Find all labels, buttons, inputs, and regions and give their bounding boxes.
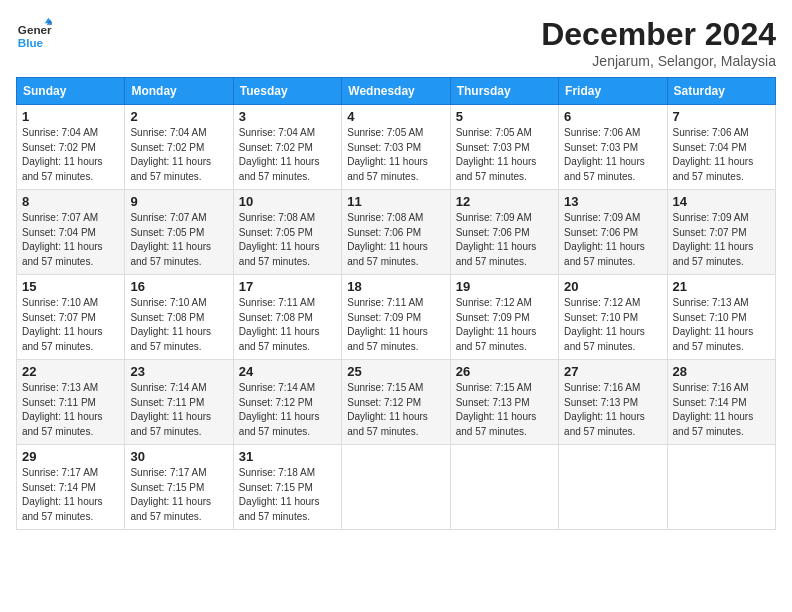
calendar-cell: 27 Sunrise: 7:16 AM Sunset: 7:13 PM Dayl… — [559, 360, 667, 445]
day-info: Sunrise: 7:07 AM Sunset: 7:05 PM Dayligh… — [130, 211, 227, 269]
title-block: December 2024 Jenjarum, Selangor, Malays… — [541, 16, 776, 69]
calendar-cell: 29 Sunrise: 7:17 AM Sunset: 7:14 PM Dayl… — [17, 445, 125, 530]
day-info: Sunrise: 7:16 AM Sunset: 7:13 PM Dayligh… — [564, 381, 661, 439]
calendar-cell: 26 Sunrise: 7:15 AM Sunset: 7:13 PM Dayl… — [450, 360, 558, 445]
calendar-week-3: 15 Sunrise: 7:10 AM Sunset: 7:07 PM Dayl… — [17, 275, 776, 360]
calendar-cell: 10 Sunrise: 7:08 AM Sunset: 7:05 PM Dayl… — [233, 190, 341, 275]
day-number: 30 — [130, 449, 227, 464]
calendar-cell: 14 Sunrise: 7:09 AM Sunset: 7:07 PM Dayl… — [667, 190, 775, 275]
calendar-cell — [559, 445, 667, 530]
weekday-header-friday: Friday — [559, 78, 667, 105]
day-info: Sunrise: 7:06 AM Sunset: 7:03 PM Dayligh… — [564, 126, 661, 184]
day-number: 17 — [239, 279, 336, 294]
day-number: 20 — [564, 279, 661, 294]
day-number: 10 — [239, 194, 336, 209]
weekday-header-row: SundayMondayTuesdayWednesdayThursdayFrid… — [17, 78, 776, 105]
calendar-table: SundayMondayTuesdayWednesdayThursdayFrid… — [16, 77, 776, 530]
day-info: Sunrise: 7:07 AM Sunset: 7:04 PM Dayligh… — [22, 211, 119, 269]
calendar-cell: 5 Sunrise: 7:05 AM Sunset: 7:03 PM Dayli… — [450, 105, 558, 190]
calendar-cell: 25 Sunrise: 7:15 AM Sunset: 7:12 PM Dayl… — [342, 360, 450, 445]
calendar-cell: 31 Sunrise: 7:18 AM Sunset: 7:15 PM Dayl… — [233, 445, 341, 530]
calendar-cell — [667, 445, 775, 530]
day-number: 29 — [22, 449, 119, 464]
day-info: Sunrise: 7:11 AM Sunset: 7:09 PM Dayligh… — [347, 296, 444, 354]
weekday-header-thursday: Thursday — [450, 78, 558, 105]
calendar-week-5: 29 Sunrise: 7:17 AM Sunset: 7:14 PM Dayl… — [17, 445, 776, 530]
day-number: 7 — [673, 109, 770, 124]
day-info: Sunrise: 7:13 AM Sunset: 7:10 PM Dayligh… — [673, 296, 770, 354]
location-subtitle: Jenjarum, Selangor, Malaysia — [541, 53, 776, 69]
day-info: Sunrise: 7:05 AM Sunset: 7:03 PM Dayligh… — [347, 126, 444, 184]
calendar-cell: 4 Sunrise: 7:05 AM Sunset: 7:03 PM Dayli… — [342, 105, 450, 190]
month-title: December 2024 — [541, 16, 776, 53]
day-info: Sunrise: 7:18 AM Sunset: 7:15 PM Dayligh… — [239, 466, 336, 524]
day-info: Sunrise: 7:15 AM Sunset: 7:13 PM Dayligh… — [456, 381, 553, 439]
calendar-cell: 22 Sunrise: 7:13 AM Sunset: 7:11 PM Dayl… — [17, 360, 125, 445]
day-info: Sunrise: 7:10 AM Sunset: 7:07 PM Dayligh… — [22, 296, 119, 354]
day-number: 24 — [239, 364, 336, 379]
day-number: 8 — [22, 194, 119, 209]
day-info: Sunrise: 7:09 AM Sunset: 7:07 PM Dayligh… — [673, 211, 770, 269]
day-number: 31 — [239, 449, 336, 464]
calendar-cell: 13 Sunrise: 7:09 AM Sunset: 7:06 PM Dayl… — [559, 190, 667, 275]
day-info: Sunrise: 7:09 AM Sunset: 7:06 PM Dayligh… — [564, 211, 661, 269]
day-number: 18 — [347, 279, 444, 294]
day-number: 14 — [673, 194, 770, 209]
day-number: 6 — [564, 109, 661, 124]
weekday-header-monday: Monday — [125, 78, 233, 105]
calendar-cell: 11 Sunrise: 7:08 AM Sunset: 7:06 PM Dayl… — [342, 190, 450, 275]
calendar-cell: 16 Sunrise: 7:10 AM Sunset: 7:08 PM Dayl… — [125, 275, 233, 360]
calendar-cell: 1 Sunrise: 7:04 AM Sunset: 7:02 PM Dayli… — [17, 105, 125, 190]
day-number: 5 — [456, 109, 553, 124]
day-number: 9 — [130, 194, 227, 209]
day-number: 1 — [22, 109, 119, 124]
calendar-cell: 24 Sunrise: 7:14 AM Sunset: 7:12 PM Dayl… — [233, 360, 341, 445]
weekday-header-wednesday: Wednesday — [342, 78, 450, 105]
day-info: Sunrise: 7:13 AM Sunset: 7:11 PM Dayligh… — [22, 381, 119, 439]
calendar-cell: 30 Sunrise: 7:17 AM Sunset: 7:15 PM Dayl… — [125, 445, 233, 530]
day-info: Sunrise: 7:09 AM Sunset: 7:06 PM Dayligh… — [456, 211, 553, 269]
calendar-week-1: 1 Sunrise: 7:04 AM Sunset: 7:02 PM Dayli… — [17, 105, 776, 190]
calendar-cell: 17 Sunrise: 7:11 AM Sunset: 7:08 PM Dayl… — [233, 275, 341, 360]
day-info: Sunrise: 7:04 AM Sunset: 7:02 PM Dayligh… — [239, 126, 336, 184]
logo: General Blue — [16, 16, 52, 52]
day-info: Sunrise: 7:12 AM Sunset: 7:09 PM Dayligh… — [456, 296, 553, 354]
day-number: 2 — [130, 109, 227, 124]
day-number: 4 — [347, 109, 444, 124]
day-number: 12 — [456, 194, 553, 209]
day-number: 19 — [456, 279, 553, 294]
day-number: 16 — [130, 279, 227, 294]
day-info: Sunrise: 7:15 AM Sunset: 7:12 PM Dayligh… — [347, 381, 444, 439]
calendar-cell: 20 Sunrise: 7:12 AM Sunset: 7:10 PM Dayl… — [559, 275, 667, 360]
calendar-cell: 19 Sunrise: 7:12 AM Sunset: 7:09 PM Dayl… — [450, 275, 558, 360]
day-number: 28 — [673, 364, 770, 379]
svg-text:Blue: Blue — [18, 36, 44, 49]
weekday-header-saturday: Saturday — [667, 78, 775, 105]
calendar-cell — [450, 445, 558, 530]
calendar-cell: 15 Sunrise: 7:10 AM Sunset: 7:07 PM Dayl… — [17, 275, 125, 360]
calendar-cell: 12 Sunrise: 7:09 AM Sunset: 7:06 PM Dayl… — [450, 190, 558, 275]
weekday-header-tuesday: Tuesday — [233, 78, 341, 105]
day-info: Sunrise: 7:05 AM Sunset: 7:03 PM Dayligh… — [456, 126, 553, 184]
day-info: Sunrise: 7:16 AM Sunset: 7:14 PM Dayligh… — [673, 381, 770, 439]
day-info: Sunrise: 7:17 AM Sunset: 7:15 PM Dayligh… — [130, 466, 227, 524]
page-header: General Blue December 2024 Jenjarum, Sel… — [16, 16, 776, 69]
day-info: Sunrise: 7:10 AM Sunset: 7:08 PM Dayligh… — [130, 296, 227, 354]
calendar-cell: 8 Sunrise: 7:07 AM Sunset: 7:04 PM Dayli… — [17, 190, 125, 275]
logo-icon: General Blue — [16, 16, 52, 52]
day-number: 15 — [22, 279, 119, 294]
calendar-week-4: 22 Sunrise: 7:13 AM Sunset: 7:11 PM Dayl… — [17, 360, 776, 445]
day-info: Sunrise: 7:14 AM Sunset: 7:11 PM Dayligh… — [130, 381, 227, 439]
day-number: 27 — [564, 364, 661, 379]
calendar-cell: 3 Sunrise: 7:04 AM Sunset: 7:02 PM Dayli… — [233, 105, 341, 190]
day-info: Sunrise: 7:08 AM Sunset: 7:06 PM Dayligh… — [347, 211, 444, 269]
day-info: Sunrise: 7:14 AM Sunset: 7:12 PM Dayligh… — [239, 381, 336, 439]
calendar-cell: 18 Sunrise: 7:11 AM Sunset: 7:09 PM Dayl… — [342, 275, 450, 360]
calendar-cell: 7 Sunrise: 7:06 AM Sunset: 7:04 PM Dayli… — [667, 105, 775, 190]
calendar-cell: 6 Sunrise: 7:06 AM Sunset: 7:03 PM Dayli… — [559, 105, 667, 190]
day-info: Sunrise: 7:17 AM Sunset: 7:14 PM Dayligh… — [22, 466, 119, 524]
calendar-cell: 9 Sunrise: 7:07 AM Sunset: 7:05 PM Dayli… — [125, 190, 233, 275]
day-info: Sunrise: 7:08 AM Sunset: 7:05 PM Dayligh… — [239, 211, 336, 269]
weekday-header-sunday: Sunday — [17, 78, 125, 105]
calendar-cell — [342, 445, 450, 530]
